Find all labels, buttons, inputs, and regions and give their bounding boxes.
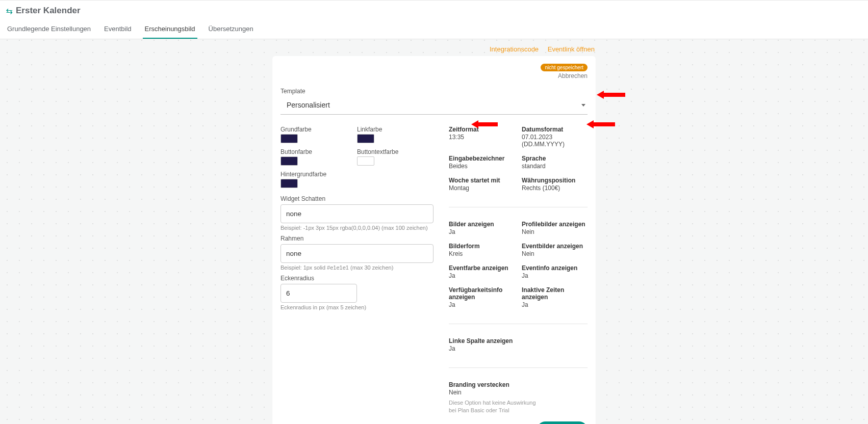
template-select[interactable]: Personalisiert <box>280 96 588 115</box>
main-area: Integrationscode Eventlink öffnen nicht … <box>0 39 868 424</box>
link-open-eventlink[interactable]: Eventlink öffnen <box>548 45 595 53</box>
template-label: Template <box>280 88 588 95</box>
corner-radius-helper: Eckenradius in px (max 5 zeichen) <box>280 304 433 310</box>
left-column: Grundfarbe Linkfarbe Buttonfarbe Buttont <box>280 126 433 424</box>
prop-value: Ja <box>522 301 588 308</box>
prop-value: Ja <box>522 272 588 279</box>
buttontextfarbe-swatch[interactable] <box>357 156 374 166</box>
prop-label: Zeitformat <box>449 126 515 133</box>
buttontextfarbe-label: Buttontextfarbe <box>357 148 413 155</box>
prop-value: 13:35 <box>449 134 515 141</box>
divider <box>449 324 588 324</box>
prop-eventinfo-anzeigen[interactable]: Eventinfo anzeigen Ja <box>522 264 588 279</box>
prop-waehrungsposition[interactable]: Währungsposition Rechts (100€) <box>522 177 588 192</box>
prop-profilebilder-anzeigen[interactable]: Profilebilder anzeigen Nein <box>522 221 588 235</box>
tab-translations[interactable]: Übersetzungen <box>207 21 256 39</box>
prop-label: Sprache <box>522 155 588 162</box>
divider <box>449 367 588 368</box>
prop-label: Bilder anzeigen <box>449 221 515 228</box>
prop-value: Ja <box>449 345 588 352</box>
grundfarbe-label: Grundfarbe <box>280 126 337 133</box>
prop-label: Bilderform <box>449 243 515 250</box>
prop-eventbilder-anzeigen[interactable]: Eventbilder anzeigen Nein <box>522 243 588 257</box>
prop-label: Woche startet mit <box>449 177 515 184</box>
prop-value: Montag <box>449 184 515 192</box>
prop-label: Profilebilder anzeigen <box>522 221 588 228</box>
prop-value: Nein <box>522 250 588 257</box>
grundfarbe-swatch[interactable] <box>280 134 298 143</box>
widget-shadow-input[interactable] <box>280 204 433 223</box>
prop-value: Beides <box>449 163 515 170</box>
prop-datumsformat[interactable]: Datumsformat 07.01.2023 (DD.MM.YYYY) <box>522 126 588 148</box>
widget-shadow-label: Widget Schatten <box>280 195 433 202</box>
prop-value: Kreis <box>449 250 515 257</box>
save-button[interactable]: Speichern <box>537 421 588 424</box>
prop-label: Eventinfo anzeigen <box>522 264 588 272</box>
prop-linke-spalte[interactable]: Linke Spalte anzeigen Ja <box>449 337 588 352</box>
prop-label: Eventbilder anzeigen <box>522 243 588 250</box>
top-links: Integrationscode Eventlink öffnen <box>272 39 596 56</box>
tab-event-image[interactable]: Eventbild <box>102 21 133 39</box>
prop-eingabebezeichner[interactable]: Eingabebezeichner Beides <box>449 155 515 170</box>
prop-eventfarbe-anzeigen[interactable]: Eventfarbe anzeigen Ja <box>449 264 515 279</box>
settings-card: nicht gespeichert Abbrechen Template Per… <box>272 56 596 424</box>
tab-appearance[interactable]: Erscheinungsbild <box>143 21 197 39</box>
branding-note: Diese Option hat keine Auswirkung bei Pl… <box>449 399 541 414</box>
prop-value: standard <box>522 163 588 170</box>
unsaved-badge: nicht gespeichert <box>541 64 588 71</box>
prop-label: Datumsformat <box>522 126 588 133</box>
prop-zeitformat[interactable]: Zeitformat 13:35 <box>449 126 515 148</box>
prop-verfuegbarkeitsinfo[interactable]: Verfügbarkeitsinfo anzeigen Ja <box>449 286 515 308</box>
prop-value: 07.01.2023 (DD.MM.YYYY) <box>522 134 588 148</box>
prop-branding[interactable]: Branding verstecken Nein Diese Option ha… <box>449 381 588 414</box>
corner-radius-label: Eckenradius <box>280 275 433 282</box>
prop-label: Eingabebezeichner <box>449 155 515 162</box>
border-label: Rahmen <box>280 235 433 242</box>
border-input[interactable] <box>280 244 433 263</box>
swap-icon: ⇄ <box>6 6 13 16</box>
cancel-link[interactable]: Abbrechen <box>280 72 588 80</box>
widget-shadow-helper: Beispiel: -1px 3px 15px rgba(0,0,0,0.04)… <box>280 225 433 231</box>
prop-label: Linke Spalte anzeigen <box>449 337 588 344</box>
right-column: Zeitformat 13:35 Datumsformat 07.01.2023… <box>449 126 588 424</box>
prop-bilder-anzeigen[interactable]: Bilder anzeigen Ja <box>449 221 515 235</box>
prop-woche-start[interactable]: Woche startet mit Montag <box>449 177 515 192</box>
prop-label: Verfügbarkeitsinfo anzeigen <box>449 286 515 301</box>
border-helper: Beispiel: 1px solid #e1e1e1 (max 30 zeic… <box>280 264 433 271</box>
linkfarbe-label: Linkfarbe <box>357 126 413 133</box>
template-selected-value: Personalisiert <box>287 101 330 109</box>
hintergrundfarbe-label: Hintergrundfarbe <box>280 171 433 178</box>
page-title: Erster Kalender <box>16 6 81 16</box>
buttonfarbe-label: Buttonfarbe <box>280 148 337 155</box>
prop-value: Ja <box>449 301 515 308</box>
corner-radius-input[interactable] <box>280 284 357 303</box>
link-integration-code[interactable]: Integrationscode <box>490 45 539 53</box>
buttonfarbe-swatch[interactable] <box>280 156 298 166</box>
prop-inaktive-zeiten[interactable]: Inaktive Zeiten anzeigen Ja <box>522 286 588 308</box>
prop-value: Nein <box>522 228 588 235</box>
divider <box>449 207 588 207</box>
tab-basic-settings[interactable]: Grundlegende Einstellungen <box>5 21 93 39</box>
prop-label: Währungsposition <box>522 177 588 184</box>
prop-value: Ja <box>449 228 515 235</box>
prop-bilderform[interactable]: Bilderform Kreis <box>449 243 515 257</box>
page-header: ⇄ Erster Kalender Grundlegende Einstellu… <box>0 0 868 39</box>
tabs: Grundlegende Einstellungen Eventbild Ers… <box>0 21 868 39</box>
prop-value: Rechts (100€) <box>522 184 588 192</box>
prop-value: Ja <box>449 272 515 279</box>
linkfarbe-swatch[interactable] <box>357 134 374 143</box>
prop-label: Inaktive Zeiten anzeigen <box>522 286 588 301</box>
hintergrundfarbe-swatch[interactable] <box>280 179 298 188</box>
prop-value: Nein <box>449 389 588 396</box>
prop-label: Eventfarbe anzeigen <box>449 264 515 272</box>
prop-sprache[interactable]: Sprache standard <box>522 155 588 170</box>
prop-label: Branding verstecken <box>449 381 588 388</box>
chevron-down-icon <box>581 104 585 107</box>
